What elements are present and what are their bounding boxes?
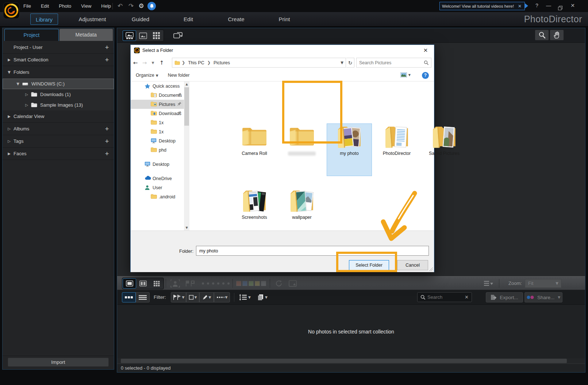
rating-dot-icon[interactable]	[202, 282, 204, 285]
sidebar-item-project-user[interactable]: Project - User+	[3, 41, 114, 54]
filter-label-dropdown[interactable]: ▼	[186, 292, 199, 302]
rating-dot-icon[interactable]	[212, 282, 214, 285]
restore-icon[interactable]	[556, 0, 565, 11]
settings-gear-icon[interactable]: ⚙	[137, 0, 146, 12]
resize-grip[interactable]	[429, 267, 433, 271]
tree-item-quick-access[interactable]: Quick access	[131, 81, 184, 91]
dialog-close-icon[interactable]: ✕	[420, 47, 431, 54]
nav-back-icon[interactable]: ←	[131, 60, 140, 66]
scroll-down-icon[interactable]: ▼	[184, 225, 189, 230]
menu-file[interactable]: File	[23, 3, 31, 9]
tree-item-desktop[interactable]: Desktop	[131, 136, 184, 145]
expand-triangle-icon[interactable]: ▶	[6, 114, 12, 118]
mode-tab-adjustment[interactable]: Adjustment	[73, 14, 111, 25]
share-button[interactable]: Share... ▼	[524, 292, 562, 302]
help-icon[interactable]: ?	[532, 0, 542, 11]
menu-view[interactable]: View	[81, 3, 91, 9]
tree-scrollbar[interactable]: ▲ ▼	[184, 81, 189, 230]
tree-item-1x[interactable]: 1x	[131, 127, 184, 136]
thumbnail-browser-view-button[interactable]	[123, 30, 136, 41]
scroll-up-icon[interactable]: ▲	[184, 81, 189, 87]
new-folder-button[interactable]: New folder	[168, 73, 190, 78]
color-label-red-icon[interactable]	[236, 281, 241, 286]
sidebar-item-albums[interactable]: ▷Albums+	[3, 123, 114, 135]
add-icon[interactable]: +	[104, 150, 110, 158]
mode-tab-library[interactable]: Library	[30, 14, 58, 25]
mode-tab-edit[interactable]: Edit	[178, 14, 198, 25]
secondary-display-icon[interactable]	[172, 30, 184, 40]
compare-multi-view-button[interactable]	[150, 278, 163, 289]
sidebar-item-sample-images-13[interactable]: ▷Sample Images (13)	[3, 100, 114, 110]
expand-triangle-icon[interactable]: ▷	[24, 92, 30, 96]
breadcrumb-this-pc[interactable]: This PC	[187, 60, 205, 65]
filter-edited-dropdown[interactable]: ▼	[199, 292, 214, 302]
organize-menu[interactable]: Organize▼	[136, 73, 158, 78]
redo-icon[interactable]: ↷	[126, 0, 136, 12]
notification-bell-icon[interactable]	[147, 2, 156, 10]
cancel-button[interactable]: Cancel	[397, 260, 428, 270]
sidebar-item-calendar-view[interactable]: ▶Calendar View	[3, 110, 114, 123]
tree-item-desktop[interactable]: Desktop	[131, 160, 184, 169]
grid-view-button[interactable]	[150, 30, 163, 41]
menu-photo[interactable]: Photo	[59, 3, 71, 9]
tab-metadata[interactable]: Metadata	[59, 29, 113, 41]
folder-tile-unnamed[interactable]	[280, 124, 324, 176]
color-label-green-icon[interactable]	[249, 281, 254, 286]
menu-help[interactable]: Help	[101, 3, 111, 9]
pan-hand-tool-button[interactable]	[550, 30, 564, 41]
single-view-button[interactable]	[123, 278, 136, 289]
mode-tab-create[interactable]: Create	[223, 14, 249, 25]
expand-triangle-icon[interactable]: ▶	[6, 58, 12, 62]
close-icon[interactable]: ✕	[568, 0, 577, 11]
compare-two-view-button[interactable]	[136, 278, 150, 289]
color-label-gray-icon[interactable]	[261, 281, 266, 286]
sort-list-icon[interactable]	[482, 279, 495, 288]
select-folder-button[interactable]: Select Folder	[349, 260, 389, 270]
folder-tile-camera-roll[interactable]: Camera Roll	[232, 124, 277, 176]
minimize-icon[interactable]: —	[544, 0, 553, 11]
tree-item-downloads[interactable]: Downloads	[131, 109, 184, 118]
sidebar-item-tags[interactable]: ▷Tags+	[3, 135, 114, 148]
tree-item-android[interactable]: .android	[131, 192, 184, 201]
address-dropdown-icon[interactable]: ▼	[341, 61, 343, 65]
folder-name-input[interactable]	[196, 246, 429, 256]
filter-rating-dropdown[interactable]: ▼	[214, 292, 230, 302]
collapse-triangle-icon[interactable]: ▼	[6, 70, 12, 74]
tab-project[interactable]: Project	[4, 29, 59, 41]
folder-tile-saved-pictures[interactable]: Saved Pictures	[422, 124, 466, 176]
import-button[interactable]: Import	[8, 358, 109, 367]
zoom-tool-button[interactable]	[535, 30, 549, 41]
horizontal-scrollbar[interactable]	[121, 359, 567, 363]
expand-triangle-icon[interactable]: ▷	[6, 127, 12, 131]
menu-edit[interactable]: Edit	[41, 3, 49, 9]
tree-item-documents[interactable]: Documents	[131, 91, 184, 100]
stack-photos-dropdown[interactable]: ▼	[255, 292, 270, 302]
search-clear-icon[interactable]: ✕	[465, 294, 469, 300]
sidebar-item-smart-collection[interactable]: ▶Smart Collection+	[3, 54, 114, 66]
refresh-icon[interactable]: ↻	[346, 58, 354, 68]
add-icon[interactable]: +	[104, 125, 110, 133]
tree-item-onedrive[interactable]: OneDrive	[131, 174, 184, 183]
mode-tab-guided[interactable]: Guided	[127, 14, 154, 25]
detail-list-button[interactable]	[136, 292, 150, 302]
dialog-help-icon[interactable]: ?	[422, 72, 429, 79]
sidebar-item-downloads-1[interactable]: ▷Downloads (1)	[3, 89, 114, 100]
sidebar-item-folders[interactable]: ▼Folders	[3, 66, 114, 79]
breadcrumb-pictures[interactable]: Pictures	[212, 60, 231, 65]
add-icon[interactable]: +	[104, 56, 110, 64]
folder-tile-my-photo[interactable]: my photo	[327, 124, 372, 176]
zoom-fit-dropdown[interactable]: Fit ▼	[525, 279, 561, 288]
nav-up-icon[interactable]: ↑	[157, 60, 166, 66]
add-icon[interactable]: +	[104, 43, 110, 52]
expand-triangle-icon[interactable]: ▶	[6, 152, 12, 156]
tree-item-pictures[interactable]: Pictures	[131, 100, 184, 109]
nav-history-chevron-icon[interactable]: ▼	[149, 61, 157, 65]
rating-dot-icon[interactable]	[227, 282, 230, 285]
single-photo-view-button[interactable]	[136, 30, 150, 41]
thumbnail-list-button[interactable]	[122, 292, 136, 302]
sidebar-item-windows-c[interactable]: ▼WINDOWS (C:)	[3, 79, 114, 89]
nav-forward-icon[interactable]: →	[140, 60, 149, 66]
library-search-input[interactable]	[427, 294, 462, 300]
mode-tab-print[interactable]: Print	[274, 14, 295, 25]
dialog-search-box[interactable]	[356, 58, 431, 68]
